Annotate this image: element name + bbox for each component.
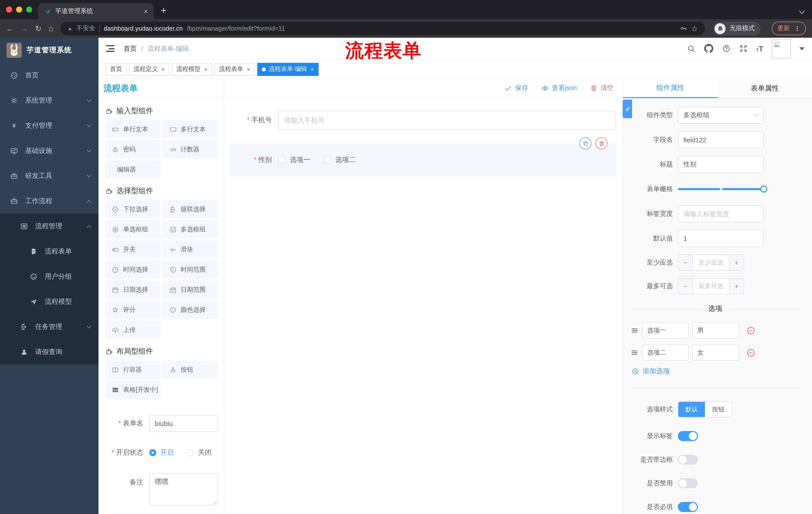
sidebar-item-devtools[interactable]: 研发工具 [0, 163, 98, 189]
tag-process-definition[interactable]: 流程定义× [129, 63, 169, 76]
stepper-minus-button[interactable]: − [678, 279, 693, 294]
show-label-toggle[interactable] [678, 431, 698, 441]
component-time-range[interactable]: 时间范围 [163, 261, 218, 279]
form-name-input[interactable] [149, 415, 218, 432]
tag-close-icon[interactable]: × [161, 65, 165, 73]
browser-update-button[interactable]: 更新 ⋮ [772, 22, 806, 35]
option1-name-input[interactable] [642, 322, 689, 339]
remove-option-icon[interactable] [746, 326, 756, 335]
address-bar[interactable]: ▲ 不安全 dashboard.yudao.iocoder.cn/bpm/man… [61, 22, 705, 35]
drag-handle-icon[interactable] [631, 326, 639, 334]
sidebar-item-workflow[interactable]: 工作流程 [0, 189, 98, 214]
component-slider[interactable]: 滑块 [163, 240, 218, 259]
slider-handle[interactable] [760, 186, 767, 193]
save-button[interactable]: 保存 [504, 83, 528, 92]
search-icon[interactable] [687, 44, 695, 53]
status-radio-on[interactable]: 开启 [149, 448, 174, 457]
with-border-toggle[interactable] [678, 455, 698, 465]
maximize-window-button[interactable] [26, 6, 32, 12]
tab-search-chevron-icon[interactable] [799, 8, 805, 14]
window-controls[interactable] [6, 6, 32, 12]
reload-icon[interactable]: ↻ [35, 25, 41, 32]
breadcrumb-home[interactable]: 首页 [124, 44, 137, 53]
sidebar-item-system[interactable]: 系统管理 [0, 88, 98, 113]
new-tab-button[interactable]: + [161, 5, 166, 16]
style-default-button[interactable]: 默认 [678, 402, 705, 417]
component-date-picker[interactable]: 日期选择 [105, 281, 161, 299]
component-rate[interactable]: 评分 [105, 301, 161, 319]
max-select-input[interactable] [693, 279, 729, 294]
tag-process-model[interactable]: 流程模型× [172, 63, 212, 76]
tag-close-icon[interactable]: × [311, 65, 314, 73]
component-table[interactable]: 表格[开发中] [105, 381, 161, 399]
component-cascader[interactable]: 级联选择 [163, 200, 218, 218]
minimize-window-button[interactable] [16, 6, 22, 12]
label-width-input[interactable] [678, 205, 764, 222]
tag-process-form[interactable]: 流程表单× [214, 63, 255, 76]
component-row-container[interactable]: 行容器 [105, 360, 161, 379]
sidebar-item-task-manage[interactable]: 任务管理 [0, 314, 98, 340]
duplicate-component-button[interactable] [579, 137, 591, 150]
sidebar-item-user-group[interactable]: 用户分组 [0, 264, 98, 289]
checkbox-icon[interactable] [324, 156, 331, 163]
style-button-button[interactable]: 按钮 [705, 402, 732, 417]
phone-input[interactable] [279, 111, 616, 130]
sidebar-item-process-model[interactable]: 流程模型 [0, 289, 98, 314]
min-select-input[interactable] [693, 255, 729, 270]
github-icon[interactable] [704, 44, 714, 53]
tag-close-icon[interactable]: × [247, 65, 250, 73]
component-editor[interactable]: 编辑器 [105, 160, 161, 179]
stepper-minus-button[interactable]: − [678, 255, 693, 270]
stepper-plus-button[interactable]: + [729, 279, 744, 294]
gender-option2-checkbox[interactable]: 选项二 [324, 155, 356, 164]
component-switch[interactable]: 开关 [105, 240, 161, 259]
field-name-input[interactable] [678, 131, 764, 148]
security-label[interactable]: 不安全 [76, 24, 95, 33]
tab-form-props[interactable]: 表单属性 [718, 79, 812, 98]
tag-process-form-edit[interactable]: 流程表单-编辑× [257, 63, 319, 76]
tab-close-icon[interactable]: × [144, 7, 148, 15]
back-icon[interactable]: ← [6, 25, 13, 32]
delete-component-button[interactable] [596, 137, 608, 150]
browser-tab[interactable]: 芋道管理系统 × [38, 3, 154, 19]
tab-component-props[interactable]: 组件属性 [623, 79, 718, 98]
stepper-plus-button[interactable]: + [729, 255, 744, 270]
component-color-picker[interactable]: 颜色选择 [163, 301, 218, 319]
avatar[interactable] [772, 39, 791, 58]
checkbox-icon[interactable] [279, 156, 285, 163]
fullscreen-icon[interactable] [739, 44, 748, 53]
sidebar-item-process-manage[interactable]: 流程管理 [0, 214, 98, 239]
remove-option-icon[interactable] [746, 348, 756, 357]
title-input[interactable] [678, 156, 764, 173]
view-json-button[interactable]: 查看json [541, 83, 577, 92]
help-icon[interactable] [722, 44, 731, 53]
component-button[interactable]: 按钮 [163, 360, 218, 379]
default-value-input[interactable] [678, 230, 764, 247]
user-menu-caret-icon[interactable] [800, 47, 805, 50]
add-option-button[interactable]: 添加选项 [632, 367, 812, 376]
form-remark-textarea[interactable]: 嘿嘿 [149, 473, 218, 506]
option2-value-input[interactable] [692, 345, 739, 360]
sidebar-item-infra[interactable]: 基础设施 [0, 138, 98, 163]
component-multi-line-text[interactable]: 多行文本 [163, 120, 218, 138]
tag-close-icon[interactable]: × [204, 65, 207, 73]
option1-value-input[interactable] [692, 322, 739, 339]
status-radio-off[interactable]: 关闭 [187, 448, 211, 457]
disabled-toggle[interactable] [678, 478, 698, 488]
component-upload[interactable]: 上传 [105, 321, 161, 339]
close-window-button[interactable] [6, 6, 12, 12]
sidebar-item-home[interactable]: 首页 [0, 63, 98, 88]
link-drawer-handle[interactable] [622, 100, 632, 118]
component-checkbox-group[interactable]: 多选框组 [163, 220, 218, 238]
forward-icon[interactable]: → [21, 25, 28, 32]
clear-button[interactable]: 清空 [590, 83, 613, 92]
component-time-picker[interactable]: 时间选择 [105, 261, 161, 279]
component-type-select[interactable]: 多选框组 [678, 107, 764, 124]
required-toggle[interactable] [678, 502, 698, 512]
component-select[interactable]: 下拉选择 [105, 200, 161, 218]
font-size-icon[interactable]: тT [756, 45, 763, 52]
grid-slider[interactable] [678, 188, 764, 190]
home-icon[interactable]: ⌂ [49, 24, 53, 32]
tag-home[interactable]: 首页 [106, 63, 127, 76]
selected-gender-component[interactable]: 性别 选项一 选项二 [229, 143, 616, 177]
